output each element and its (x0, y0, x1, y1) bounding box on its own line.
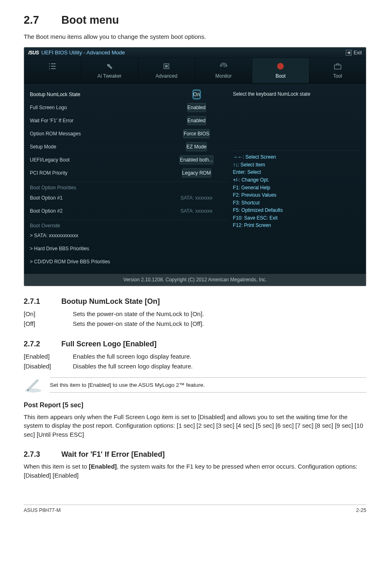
row-uefi-legacy[interactable]: UEFI/Legacy Boot Enabled both... (30, 155, 227, 165)
power-icon (276, 62, 285, 70)
tab-label: Advanced (156, 73, 177, 79)
heading-text: Boot menu (61, 14, 119, 26)
tab-label: Monitor (215, 73, 232, 79)
bios-tab-bar: Ai Tweaker Advanced Monitor Boot Tool (24, 58, 366, 83)
heading-number: 2.7 (24, 12, 61, 28)
label-boot-1: Boot Option #1 (30, 195, 166, 202)
key-shortcut: F3: Shortcut (233, 199, 360, 207)
value-pcirom[interactable]: Legacy ROM (182, 168, 211, 177)
exit-label: Exit (354, 49, 362, 56)
tab-label: Boot (276, 73, 286, 79)
row-override-hdd[interactable]: > Hard Drive BBS Priorities (30, 244, 227, 254)
list-icon (47, 62, 57, 70)
label-fslogo: Full Screen Logo (30, 104, 166, 111)
exit-icon (346, 50, 352, 56)
sect-title: Wait for 'F1' If Error [Enabled] (61, 450, 165, 458)
tab-advanced[interactable]: Advanced (138, 58, 195, 83)
page-heading: 2.7Boot menu (24, 12, 366, 28)
tab-main[interactable] (24, 58, 81, 83)
sect-num: 2.7.3 (24, 449, 61, 460)
sect-2-7-3-body: When this item is set to [Enabled], the … (24, 462, 366, 480)
note-block: Set this item to [Enabled] to use the AS… (24, 377, 366, 393)
tab-label: Ai Tweaker (97, 73, 121, 79)
value-setup[interactable]: EZ Mode (186, 142, 207, 151)
key-optimized-defaults: F5: Optimized Defaults (233, 206, 360, 214)
row-setup-mode[interactable]: Setup Mode EZ Mode (30, 142, 227, 152)
key-select-item: ↑↓: Select Item (233, 161, 360, 169)
def-key: [Off] (24, 319, 73, 329)
sect-num: 2.7.1 (24, 296, 61, 307)
body-b: [Enabled] (89, 463, 117, 470)
def-key: [Disabled] (24, 361, 73, 371)
bios-footer: Version 2.10.1208. Copyright (C) 2012 Am… (24, 274, 366, 286)
row-option-rom[interactable]: Option ROM Messages Force BIOS (30, 129, 227, 139)
exit-button[interactable]: Exit (346, 49, 362, 56)
row-boot-option-1[interactable]: Boot Option #1 SATA: xxxxxxx (30, 193, 227, 203)
body-a: When this item is set to (24, 463, 89, 470)
key-change-opt: +/-: Change Opt. (233, 176, 360, 184)
bios-titlebar: /SUS UEFI BIOS Utility - Advanced Mode E… (24, 47, 366, 58)
definition-list-2-7-2: [Enabled]Enables the full screen logo di… (24, 352, 193, 371)
tab-label: Tool (333, 73, 342, 79)
key-previous-values: F2: Previous Values (233, 191, 360, 199)
value-boot-1: SATA: xxxxxxx (166, 195, 227, 202)
section-2-7-3-heading: 2.7.3Wait for 'F1' If Error [Enabled] (24, 449, 366, 460)
section-2-7-2-heading: 2.7.2Full Screen Logo [Enabled] (24, 339, 366, 349)
section-2-7-1-heading: 2.7.1Bootup NumLock State [On] (24, 296, 366, 307)
row-full-screen-logo[interactable]: Full Screen Logo Enabled (30, 103, 227, 113)
footer-left: ASUS P8H77-M (24, 507, 61, 514)
value-boot-2: SATA: xxxxxxx (166, 208, 227, 215)
sect-title: Full Screen Logo [Enabled] (61, 340, 157, 348)
row-override-sata[interactable]: > SATA: xxxxxxxxxxxx (30, 231, 227, 241)
monitor-icon (219, 62, 229, 70)
lead-paragraph: The Boot menu items allow you to change … (24, 32, 366, 41)
help-panel: Select the keyboard NumLock state (233, 91, 360, 148)
svg-rect-2 (165, 65, 168, 67)
key-print-screen: F12: Print Screen (233, 222, 360, 229)
override-sata: > SATA: xxxxxxxxxxxx (30, 232, 227, 239)
tab-tool[interactable]: Tool (309, 58, 366, 83)
value-numlock[interactable]: On (193, 90, 200, 99)
def-val: Disables the full screen logo display fe… (73, 361, 193, 371)
value-optrom[interactable]: Force BIOS (183, 129, 210, 138)
def-val: Sets the power-on state of the NumLock t… (73, 309, 204, 319)
key-legend: →←: Select Screen ↑↓: Select Item Enter:… (233, 153, 360, 229)
row-wait-f1[interactable]: Wait For 'F1' If Error Enabled (30, 116, 227, 126)
row-pci-rom[interactable]: PCI ROM Priority Legacy ROM (30, 168, 227, 178)
label-optrom: Option ROM Messages (30, 130, 166, 137)
bios-brand-logo: /SUS (28, 49, 39, 56)
bios-utility-name: UEFI BIOS Utility - Advanced Mode (41, 49, 125, 57)
definition-list-2-7-1: [On]Sets the power-on state of the NumLo… (24, 309, 204, 329)
def-val: Enables the full screen logo display fea… (73, 352, 193, 361)
override-cd: > CD/DVD ROM Drive BBS Priorities (30, 258, 227, 265)
value-waitf1[interactable]: Enabled (187, 116, 206, 125)
note-text: Set this item to [Enabled] to use the AS… (50, 377, 366, 393)
sect-title: Bootup NumLock State [On] (61, 297, 160, 305)
label-numlock: Bootup NumLock State (30, 91, 166, 98)
value-fslogo[interactable]: Enabled (187, 103, 206, 112)
toolbox-icon (333, 62, 343, 70)
chip-icon (161, 62, 171, 70)
svg-rect-4 (334, 65, 341, 69)
post-report-body: This item appears only when the Full Scr… (24, 413, 366, 439)
row-boot-option-2[interactable]: Boot Option #2 SATA: xxxxxxx (30, 206, 227, 216)
key-select-screen: →←: Select Screen (233, 153, 360, 161)
bios-settings-panel: Bootup NumLock State On Full Screen Logo… (30, 90, 227, 270)
value-uefileg[interactable]: Enabled both... (179, 155, 213, 164)
tab-monitor[interactable]: Monitor (195, 58, 252, 83)
tab-boot[interactable]: Boot (252, 58, 309, 83)
page-footer: ASUS P8H77-M 2-25 (24, 505, 366, 514)
def-key: [On] (24, 309, 73, 319)
label-pcirom: PCI ROM Priority (30, 170, 166, 177)
row-override-cd[interactable]: > CD/DVD ROM Drive BBS Priorities (30, 257, 227, 267)
subsection-post-report-heading: Post Report [5 sec] (24, 400, 366, 410)
row-numlock[interactable]: Bootup NumLock State On (30, 90, 227, 100)
def-key: [Enabled] (24, 352, 73, 361)
key-save-exit: F10: Save ESC: Exit (233, 214, 360, 222)
label-waitf1: Wait For 'F1' If Error (30, 117, 166, 124)
override-hdd: > Hard Drive BBS Priorities (30, 245, 227, 252)
label-setup: Setup Mode (30, 144, 166, 150)
tab-ai-tweaker[interactable]: Ai Tweaker (81, 58, 138, 83)
boot-override-header: Boot Override (30, 222, 227, 229)
wrench-icon (105, 62, 114, 70)
